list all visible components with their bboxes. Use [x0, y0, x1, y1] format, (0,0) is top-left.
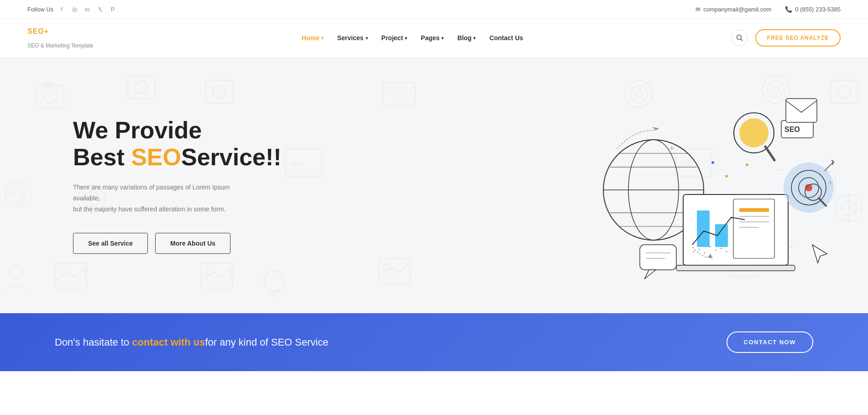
svg-point-70 [715, 250, 716, 251]
svg-point-66 [693, 251, 695, 252]
svg-text:+: + [669, 144, 675, 153]
svg-line-1 [741, 39, 743, 41]
chevron-down-icon: ▾ [473, 36, 476, 41]
hero-description: There are many variations of passages of… [73, 182, 246, 215]
hero-title: We Provide Best SEOService!! [73, 117, 282, 172]
nav-item-contact[interactable]: Contact Us [489, 34, 523, 42]
nav-item-services[interactable]: Services ▾ [337, 34, 368, 42]
svg-rect-59 [697, 210, 710, 247]
free-seo-analyze-button[interactable]: FREE SEO ANALYZE [755, 29, 841, 47]
svg-rect-62 [739, 208, 769, 212]
nav-item-home[interactable]: Home ▾ [302, 34, 324, 42]
chevron-down-icon: ▾ [321, 36, 324, 41]
search-button[interactable] [732, 30, 748, 46]
pinterest-icon[interactable]: P [108, 5, 117, 14]
svg-text:SEO: SEO [784, 126, 800, 133]
hero-title-highlight: SEO [131, 144, 181, 170]
svg-point-93 [746, 163, 748, 166]
logo-text: SEO [27, 27, 44, 35]
svg-line-75 [765, 147, 774, 160]
phone-contact: 📞 0 (855) 233-5385 [785, 6, 841, 13]
svg-point-95 [711, 161, 714, 164]
svg-rect-61 [733, 199, 774, 258]
follow-us-label: Follow Us [27, 6, 53, 13]
svg-text:· ·: · · [790, 243, 796, 251]
hero-section: SEO SEO SEO [0, 58, 868, 313]
nav-links: Home ▾ Services ▾ Project ▾ Pages ▾ Blog… [302, 34, 523, 42]
follow-us-section: Follow Us f ◎ in 𝕏 P [27, 5, 117, 14]
hero-title-line2-pre: Best [73, 144, 131, 170]
hero-title-line2-post: Service!! [181, 144, 282, 170]
top-bar: Follow Us f ◎ in 𝕏 P ✉ companymail@gamil… [0, 0, 868, 19]
svg-marker-87 [644, 270, 656, 279]
hero-buttons: See all Service More About Us [73, 233, 282, 254]
navbar: SEO+ SEO & Marketing Template Home ▾ Ser… [0, 19, 868, 58]
more-about-us-button[interactable]: More About Us [155, 233, 230, 254]
svg-point-74 [739, 118, 769, 147]
svg-marker-92 [812, 245, 827, 263]
linkedin-icon[interactable]: in [83, 5, 92, 14]
email-contact: ✉ companymail@gamil.com [695, 6, 771, 13]
email-address: companymail@gamil.com [703, 6, 771, 13]
logo-subtitle: SEO & Marketing Template [27, 42, 94, 49]
chevron-down-icon: ▾ [366, 36, 368, 41]
nav-right: FREE SEO ANALYZE [732, 29, 841, 47]
logo-plus: + [44, 27, 49, 35]
contact-now-button[interactable]: CONTACT NOW [727, 331, 813, 353]
cta-banner: Don's hasitate to contact with usfor any… [0, 313, 868, 371]
chevron-down-icon: ▾ [441, 36, 444, 41]
svg-line-85 [825, 162, 834, 171]
cta-text-pre: Don's hasitate to [55, 336, 132, 348]
svg-point-69 [710, 247, 711, 248]
nav-item-blog[interactable]: Blog ▾ [457, 34, 476, 42]
hero-title-line1: We Provide [73, 117, 202, 143]
svg-marker-90 [653, 127, 659, 131]
svg-point-48 [384, 263, 390, 270]
social-icons-group: f ◎ in 𝕏 P [57, 5, 117, 14]
svg-rect-58 [676, 265, 795, 271]
phone-number: 0 (855) 233-5385 [795, 6, 841, 13]
svg-rect-78 [786, 99, 817, 122]
nav-item-project[interactable]: Project ▾ [382, 34, 407, 42]
svg-rect-20 [383, 83, 415, 105]
facebook-icon[interactable]: f [57, 5, 66, 14]
svg-point-67 [699, 249, 700, 250]
svg-text:· ·: · · [777, 166, 782, 173]
svg-point-71 [721, 248, 722, 249]
svg-point-42 [842, 201, 856, 215]
logo: SEO+ SEO & Marketing Template [27, 27, 94, 49]
search-icon [736, 34, 743, 42]
hero-content: We Provide Best SEOService!! There are m… [0, 80, 309, 291]
email-icon: ✉ [695, 6, 701, 13]
twitter-icon[interactable]: 𝕏 [95, 5, 105, 14]
svg-text:+: + [828, 178, 833, 187]
svg-point-72 [726, 251, 727, 252]
svg-rect-47 [379, 258, 411, 284]
see-all-service-button[interactable]: See all Service [73, 233, 148, 254]
instagram-icon[interactable]: ◎ [70, 5, 79, 14]
hero-illustration: SEO [576, 89, 831, 281]
cta-text-post: for any kind of SEO Service [205, 336, 328, 348]
phone-icon: 📞 [785, 6, 792, 13]
contact-info: ✉ companymail@gamil.com 📞 0 (855) 233-53… [695, 6, 841, 13]
svg-point-68 [704, 252, 706, 254]
chevron-down-icon: ▾ [405, 36, 407, 41]
svg-rect-86 [640, 245, 676, 270]
cta-banner-text: Don's hasitate to contact with usfor any… [55, 336, 329, 348]
svg-point-94 [725, 175, 728, 178]
logo-title: SEO+ [27, 27, 94, 42]
nav-item-pages[interactable]: Pages ▾ [421, 34, 444, 42]
cta-text-link: contact with us [132, 336, 205, 348]
